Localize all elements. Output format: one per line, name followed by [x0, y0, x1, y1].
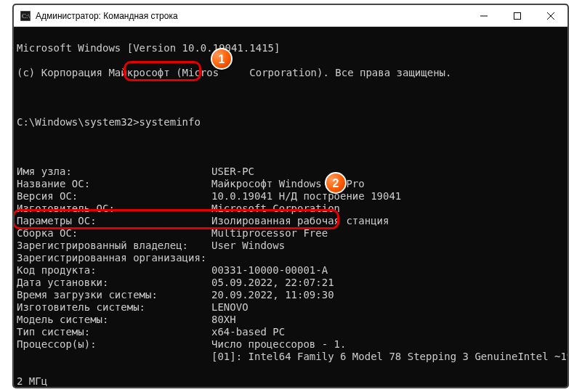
info-row: Версия ОС:10.0.19041 Н/Д построение 1904… [17, 190, 565, 203]
info-label: Версия ОС: [17, 190, 211, 203]
blank-line [17, 141, 565, 153]
info-value: 10.0.19041 Н/Д построение 19041 [211, 190, 401, 202]
console-body[interactable]: Microsoft Windows [Version 10.0.19041.14… [14, 27, 567, 387]
info-label: Время загрузки системы: [17, 289, 211, 301]
info-value: x64-based PC [211, 326, 285, 338]
info-row: [01]: Intel64 Family 6 Model 78 Stepping… [17, 351, 565, 363]
maximize-button[interactable] [501, 5, 534, 27]
info-row: Имя узла:USER-PC [17, 166, 565, 178]
info-row: Сборка ОС:Multiprocessor Free [17, 227, 565, 240]
info-row: Процессор(ы):Число процессоров - 1. [17, 338, 565, 351]
info-row: Зарегистрированная организация: [17, 252, 565, 264]
titlebar[interactable]: C:\ Администратор: Командная строка [14, 5, 567, 27]
info-label: Зарегистрированный владелец: [17, 240, 211, 252]
info-label: Код продукта: [17, 264, 211, 277]
info-label: Имя узла: [17, 166, 211, 178]
minimize-button[interactable] [467, 5, 501, 27]
prompt-command: systeminfo [140, 116, 201, 128]
info-label: Зарегистрированная организация: [17, 252, 211, 264]
info-row: Время загрузки системы:20.09.2022, 11:09… [17, 289, 565, 301]
info-label: Тип системы: [17, 326, 211, 338]
window-title: Администратор: Командная строка [36, 11, 467, 21]
info-label: Изготовитель системы: [17, 301, 211, 314]
info-label: Процессор(ы): [17, 338, 211, 351]
info-value: 80XH [211, 314, 236, 325]
info-value: Число процессоров - 1. [211, 338, 346, 350]
info-label: Дата установки: [17, 277, 211, 289]
info-value: LENOVO [211, 301, 248, 313]
info-row: Тип системы:x64-based PC [17, 326, 565, 338]
info-row: Дата установки:05.09.2022, 22:07:21 [17, 277, 565, 289]
info-label: Изготовитель ОС: [17, 203, 211, 215]
info-row: Код продукта:00331-10000-00001-A [17, 264, 565, 277]
info-value: [01]: Intel64 Family 6 Model 78 Stepping… [211, 351, 567, 362]
header-line: Microsoft Windows [Version 10.0.19041.14… [17, 42, 565, 54]
svg-text:C:\: C:\ [22, 12, 31, 20]
info-value: Изолированная рабочая станция [211, 215, 389, 226]
info-value: Microsoft Corporation [211, 203, 340, 214]
info-value: 20.09.2022, 11:09:30 [211, 289, 334, 301]
info-row: Изготовитель ОС:Microsoft Corporation [17, 203, 565, 215]
info-label: Параметры ОС: [17, 215, 211, 227]
cmd-icon: C:\ [20, 10, 31, 22]
info-value: Multiprocessor Free [211, 227, 328, 239]
info-value: User Windows [211, 240, 285, 251]
info-label: Модель системы: [17, 314, 211, 326]
info-label: Название ОС: [17, 178, 211, 190]
info-value: 00331-10000-00001-A [211, 264, 328, 276]
cmd-window: C:\ Администратор: Командная строка Micr… [13, 4, 568, 388]
extra-line: 2 МГц [17, 375, 565, 387]
prompt-line: C:\Windows\system32>systeminfo [17, 116, 565, 128]
close-button[interactable] [534, 5, 567, 27]
info-value: USER-PC [211, 166, 254, 177]
info-value: Майкрософт Windows 10 Pro [211, 178, 365, 189]
blank-line [17, 91, 565, 104]
info-row: Модель системы:80XH [17, 314, 565, 326]
info-row: Зарегистрированный владелец:User Windows [17, 240, 565, 252]
svg-rect-3 [514, 12, 521, 19]
prompt-path: C:\Windows\system32> [17, 116, 140, 128]
info-label: Сборка ОС: [17, 227, 211, 240]
header-line: (c) Корпорация Майкрософт (Micros Corpor… [17, 67, 565, 79]
info-row: Параметры ОС:Изолированная рабочая станц… [17, 215, 565, 227]
info-row: Изготовитель системы:LENOVO [17, 301, 565, 314]
info-value: 05.09.2022, 22:07:21 [211, 277, 334, 288]
info-row: Название ОС:Майкрософт Windows 10 Pro [17, 178, 565, 190]
